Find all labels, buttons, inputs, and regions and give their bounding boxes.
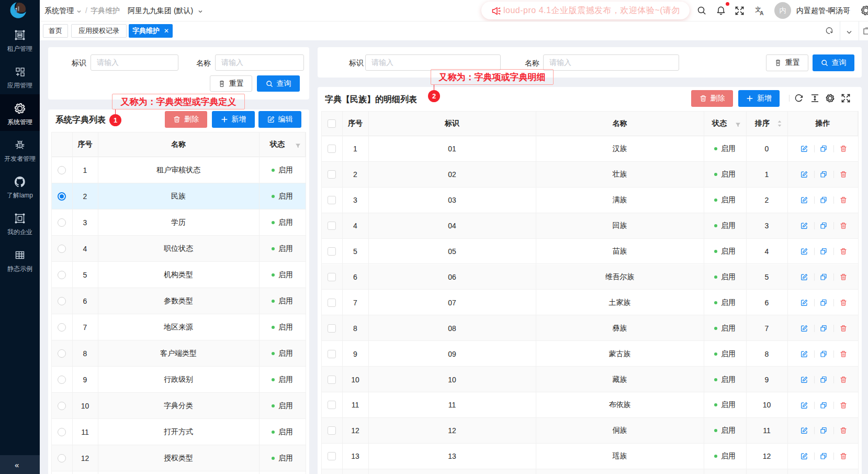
svg-text:A: A [760,10,764,16]
